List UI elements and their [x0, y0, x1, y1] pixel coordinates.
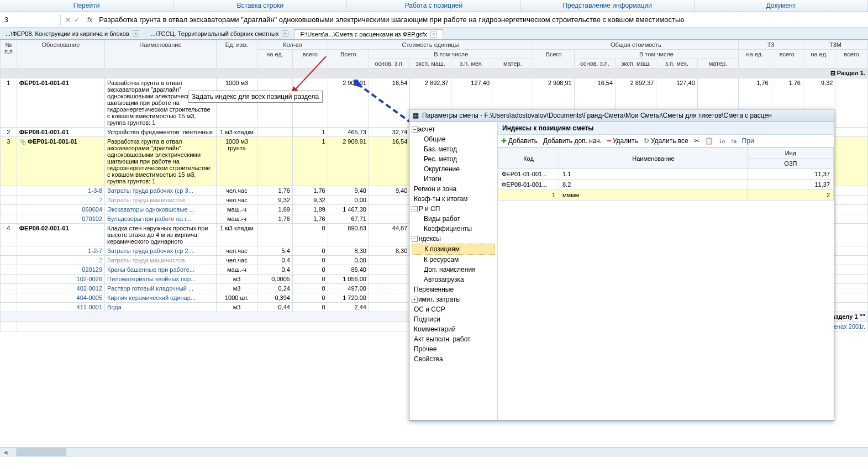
svg-line-0: [290, 56, 326, 95]
spreadsheet-area: № п.п Обоснование Наименование Ед. изм. …: [0, 40, 868, 457]
sort-asc-icon[interactable]: ↓₀: [719, 137, 725, 145]
add-button[interactable]: ✚Добавить: [501, 137, 538, 145]
menu-info[interactable]: Представление информации: [521, 0, 695, 12]
indexes-table[interactable]: Код Наименование Инд ОЗП ФЕР01-01-001...…: [498, 147, 834, 201]
index-row[interactable]: 1мммм2: [498, 190, 834, 201]
tree-node[interactable]: Доп. начисления: [412, 265, 495, 275]
tree-node[interactable]: –НР и СП: [412, 204, 495, 214]
close-icon[interactable]: ×: [133, 30, 139, 37]
tree-node[interactable]: Автозагрузка: [412, 275, 495, 284]
apply-button[interactable]: При: [742, 137, 754, 145]
col-ozp[interactable]: ОЗП: [748, 159, 833, 169]
params-section-header: Индексы к позициям сметы: [498, 122, 834, 135]
tree-node[interactable]: +Лимит. затраты: [412, 294, 495, 304]
horizontal-scrollbar[interactable]: ◄: [0, 447, 868, 457]
col-qty[interactable]: Кол-во: [257, 40, 328, 50]
tree-node[interactable]: Общие: [412, 134, 495, 144]
col-unit-cost[interactable]: Стоимость единицы: [328, 40, 533, 50]
delete-button[interactable]: ━Удалить: [607, 137, 638, 145]
add-ext-button[interactable]: Добавить доп. нач.: [543, 137, 602, 145]
menu-position[interactable]: Работа с позицией: [347, 0, 520, 12]
tree-node[interactable]: Акт выполн. работ: [412, 334, 495, 344]
app-icon: ▦: [413, 112, 419, 119]
dialog-titlebar[interactable]: ▦ Параметры сметы - F:\Users\adostovalov…: [409, 109, 834, 122]
tree-node[interactable]: Баз. метод: [412, 144, 495, 154]
tree-node[interactable]: Подписи: [412, 314, 495, 324]
scroll-left-icon[interactable]: ◄: [0, 449, 11, 456]
sort-desc-icon[interactable]: ↑₀: [730, 137, 737, 145]
col-unit[interactable]: Ед. изм.: [216, 40, 257, 68]
tree-node[interactable]: Округление: [412, 164, 495, 174]
expand-icon[interactable]: –: [412, 236, 418, 242]
col-total-cost[interactable]: Общая стоимость: [533, 40, 739, 50]
col-num[interactable]: № п.п: [1, 40, 17, 68]
tree-node[interactable]: –Расчет: [412, 124, 495, 134]
plus-icon: ✚: [501, 137, 507, 145]
cancel-icon[interactable]: ✕: [65, 16, 71, 24]
col-t3m[interactable]: Т3М: [803, 40, 867, 50]
attachment-icon: 📎: [19, 139, 26, 145]
tree-node[interactable]: К ресурсам: [412, 255, 495, 265]
tree-node[interactable]: Виды работ: [412, 214, 495, 224]
tree-node[interactable]: Свойства: [412, 354, 495, 364]
tree-node[interactable]: К позициям: [412, 244, 495, 255]
tree-node[interactable]: Рес. метод: [412, 154, 495, 164]
expand-icon[interactable]: –: [412, 206, 418, 212]
index-row[interactable]: ФЕР01-01-001...1.111,37: [498, 169, 834, 180]
menu-goto[interactable]: Перейти: [0, 0, 173, 12]
minus-icon: ━: [607, 137, 611, 145]
tooltip: Задать индекс для всех позиций раздела: [188, 91, 323, 103]
expand-icon[interactable]: –: [412, 127, 418, 133]
expand-icon[interactable]: +: [412, 297, 418, 303]
refresh-icon: ↻: [644, 137, 649, 145]
fx-icon[interactable]: fx: [84, 16, 96, 24]
tree-node[interactable]: Регион и зона: [412, 184, 495, 194]
delete-all-button[interactable]: ↻Удалить все: [644, 137, 688, 145]
close-icon[interactable]: ×: [430, 31, 437, 38]
tool-icon-1[interactable]: ✂: [694, 137, 699, 145]
tab-tssc[interactable]: ...\ТССЦ. Территориальный сборник сметны…: [145, 29, 295, 38]
col-name[interactable]: Наименование: [105, 40, 217, 68]
confirm-icon[interactable]: ✓: [74, 16, 80, 24]
tree-node[interactable]: Комментарий: [412, 324, 495, 334]
tab-fer08[interactable]: ...\ФЕР08. Конструкции из кирпича и блок…: [0, 29, 145, 38]
name-box[interactable]: 3: [0, 14, 61, 26]
section-header[interactable]: ⊟ Раздел 1.: [1, 68, 868, 78]
tree-node[interactable]: Коэф-ты к итогам: [412, 194, 495, 204]
index-row[interactable]: ФЕР08-01-001...8.211,37: [498, 180, 834, 190]
tree-node[interactable]: Коэффициенты: [412, 224, 495, 234]
params-dialog[interactable]: ▦ Параметры сметы - F:\Users\adostovalov…: [409, 109, 834, 421]
params-toolbar: ✚Добавить Добавить доп. нач. ━Удалить ↻У…: [498, 135, 834, 147]
close-icon[interactable]: ×: [282, 30, 288, 37]
params-tree[interactable]: –РасчетОбщиеБаз. методРес. методОкруглен…: [409, 122, 498, 420]
dialog-title: Параметры сметы - F:\Users\adostovalov\D…: [422, 112, 772, 119]
tab-smeta[interactable]: F:\Users\a...\Смета с расценками из ФЕР.…: [294, 29, 443, 39]
main-menu: Перейти Вставка строки Работа с позицией…: [0, 0, 868, 12]
scroll-thumb[interactable]: [17, 449, 66, 456]
document-tabs: ...\ФЕР08. Конструкции из кирпича и блок…: [0, 28, 868, 40]
menu-insert-row[interactable]: Вставка строки: [173, 0, 347, 12]
col-ind[interactable]: Инд: [748, 148, 833, 159]
tree-node[interactable]: –Индексы: [412, 234, 495, 244]
tree-node[interactable]: ОС и ССР: [412, 304, 495, 314]
tool-icon-2[interactable]: 📋: [705, 137, 713, 145]
col-name[interactable]: Наименование: [559, 148, 748, 169]
formula-bar: 3 ✕ ✓ fx: [0, 12, 868, 28]
menu-document[interactable]: Документ: [695, 0, 868, 12]
tree-node[interactable]: Прочее: [412, 344, 495, 354]
col-basis[interactable]: Обоснование: [17, 40, 104, 68]
col-t3[interactable]: Т3: [739, 40, 803, 50]
tree-node[interactable]: Итоги: [412, 174, 495, 184]
formula-input[interactable]: [96, 13, 868, 26]
tree-node[interactable]: Переменные: [412, 284, 495, 294]
col-code[interactable]: Код: [498, 148, 559, 169]
